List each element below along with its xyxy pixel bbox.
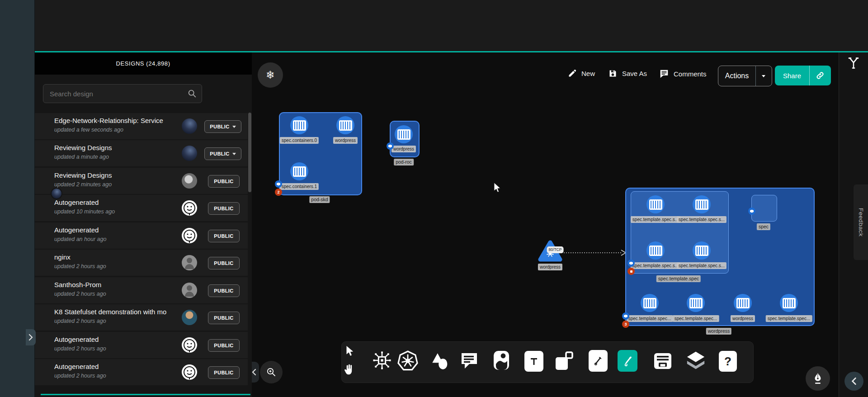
- zoom-in-icon: [266, 367, 277, 378]
- freehand-draw-icon: [618, 350, 637, 372]
- pen-mode-button[interactable]: [806, 366, 830, 391]
- share-button[interactable]: Share: [775, 72, 809, 80]
- node-container[interactable]: [734, 294, 752, 312]
- right-panel-collapse-button[interactable]: [844, 372, 863, 391]
- design-list-item[interactable]: Reviewing Designs updated a minute ago P…: [34, 140, 248, 166]
- pod-icon: [629, 262, 633, 265]
- error-badge[interactable]: [627, 268, 635, 275]
- views-button[interactable]: [847, 56, 860, 71]
- tool-help[interactable]: ?: [719, 351, 737, 372]
- pencil-icon: [568, 69, 577, 78]
- tool-freehand-draw[interactable]: [618, 350, 637, 372]
- design-list-item[interactable]: Autogenerated updated an hour ago PUBLIC: [34, 222, 248, 249]
- design-list-item[interactable]: Autogenerated updated 2 hours ago PUBLIC: [34, 332, 248, 358]
- panel-expand-handle[interactable]: [26, 329, 36, 345]
- tool-text[interactable]: [524, 351, 543, 372]
- error-icon: [630, 270, 632, 273]
- tool-scalpel[interactable]: [589, 350, 608, 372]
- visibility-badge[interactable]: PUBLIC: [204, 120, 241, 133]
- tool-note[interactable]: [553, 350, 574, 372]
- node-container[interactable]: [336, 116, 354, 134]
- container-icon: [293, 166, 306, 177]
- node-container[interactable]: [290, 162, 308, 180]
- node-container[interactable]: [646, 195, 665, 213]
- new-design-button[interactable]: New: [568, 69, 595, 78]
- tool-shapes[interactable]: [429, 351, 449, 371]
- node-container[interactable]: [687, 294, 705, 312]
- container-icon: [689, 298, 703, 308]
- search-input[interactable]: [49, 85, 186, 103]
- pod-badge[interactable]: [275, 180, 282, 188]
- actions-button[interactable]: Actions: [718, 72, 755, 80]
- pod-badge[interactable]: [748, 208, 755, 215]
- share-split-button: Share: [775, 66, 831, 85]
- container-icon: [339, 120, 352, 131]
- pod-badge[interactable]: [387, 142, 394, 150]
- node-container[interactable]: [693, 241, 711, 260]
- pen-nib-icon: [812, 372, 824, 385]
- dock-collapse-handle[interactable]: [252, 362, 259, 383]
- drawer-icon: [652, 350, 674, 372]
- visibility-badge[interactable]: PUBLIC: [204, 147, 241, 160]
- pod-icon: [277, 183, 280, 186]
- design-list-item[interactable]: Santhosh-Prom updated 2 hours ago PUBLIC: [34, 277, 248, 303]
- shapes-icon: [429, 351, 449, 371]
- panel-scrollbar-thumb[interactable]: [248, 113, 251, 192]
- container-icon: [736, 298, 750, 308]
- node-container[interactable]: [641, 294, 659, 312]
- pod-badge[interactable]: [627, 260, 635, 267]
- design-list-item[interactable]: Edge-Network-Relationship: Service updat…: [34, 113, 248, 139]
- visibility-badge: PUBLIC: [208, 202, 240, 215]
- pod-icon: [624, 315, 627, 318]
- design-author-avatar: [182, 255, 197, 270]
- pod-icon: [750, 210, 754, 213]
- actions-dropdown-button[interactable]: [756, 75, 771, 77]
- tool-drawer[interactable]: [652, 350, 674, 372]
- panel-bottom-indicator: [41, 394, 250, 395]
- node-spec[interactable]: [751, 195, 777, 222]
- edge-service-to-deployment[interactable]: [561, 248, 627, 258]
- design-author-avatar: [182, 118, 197, 134]
- error-count-badge[interactable]: 3: [622, 321, 629, 328]
- freeze-layout-button[interactable]: ❄: [258, 62, 283, 88]
- copy-link-button[interactable]: [810, 71, 830, 80]
- tool-pan[interactable]: [343, 363, 355, 376]
- feedback-tab[interactable]: Feedback: [854, 184, 868, 260]
- design-author-avatar: [182, 173, 197, 189]
- save-as-button[interactable]: Save As: [608, 69, 647, 78]
- design-author-avatar: [182, 310, 197, 325]
- snowflake-icon: ❄: [266, 69, 275, 81]
- deployment-badge[interactable]: [622, 312, 629, 320]
- node-group-spec-template-spec[interactable]: [631, 191, 729, 274]
- cursor-arrow-icon: [344, 345, 354, 357]
- design-list-item[interactable]: Autogenerated updated 10 minutes ago PUB…: [34, 195, 248, 221]
- tool-select[interactable]: [344, 345, 354, 357]
- tool-media[interactable]: [491, 349, 512, 372]
- node-container[interactable]: [395, 125, 413, 143]
- tool-kubernetes[interactable]: [397, 350, 419, 372]
- visibility-badge: PUBLIC: [208, 175, 240, 188]
- comment-tool-icon: [459, 351, 479, 371]
- top-header: [34, 0, 868, 52]
- node-label: wordpress: [538, 264, 562, 270]
- design-list-item[interactable]: Autogenerated updated 2 hours ago PUBLIC: [34, 359, 248, 385]
- edge-port-label: 80/TCP: [547, 246, 564, 253]
- container-icon: [397, 129, 410, 140]
- design-list-item[interactable]: Reviewing Designs updated 2 minutes ago …: [34, 168, 248, 194]
- designs-panel-title: DESIGNS (24,898): [34, 52, 252, 75]
- comments-button[interactable]: Comments: [659, 69, 707, 79]
- tool-comment[interactable]: [459, 351, 479, 371]
- design-list-item[interactable]: K8 Statefulset demonstration with mo upd…: [34, 304, 248, 331]
- tool-layers[interactable]: [685, 350, 706, 371]
- link-icon: [816, 71, 825, 80]
- hand-icon: [343, 363, 355, 376]
- error-count-badge[interactable]: 2: [275, 189, 282, 196]
- node-container[interactable]: [290, 116, 308, 134]
- design-list-item[interactable]: nginx updated 2 hours ago PUBLIC: [34, 250, 248, 276]
- node-container[interactable]: [646, 241, 665, 260]
- node-container[interactable]: [693, 195, 711, 213]
- scalpel-icon: [589, 350, 608, 372]
- tool-components[interactable]: [372, 350, 392, 371]
- zoom-in-button[interactable]: [260, 361, 283, 383]
- node-container[interactable]: [780, 294, 798, 312]
